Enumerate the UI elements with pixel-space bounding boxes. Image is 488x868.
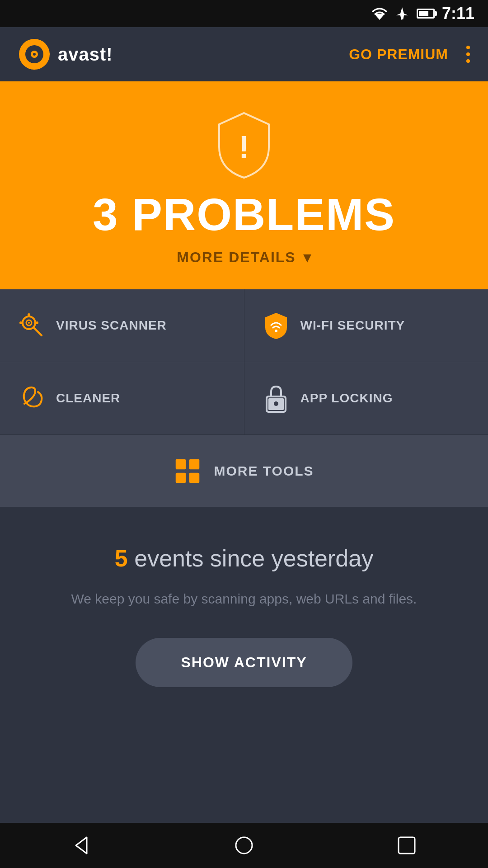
more-dot-1 [466, 46, 470, 49]
more-details-button[interactable]: MORE DETAILS ▾ [177, 248, 311, 267]
virus-scanner-button[interactable]: VIRUS SCANNER [0, 289, 244, 362]
svg-rect-22 [189, 459, 200, 469]
svg-rect-23 [176, 472, 186, 483]
virus-scanner-icon [18, 312, 45, 339]
svg-rect-24 [189, 472, 200, 483]
svg-point-4 [33, 53, 36, 56]
home-button[interactable] [228, 830, 260, 861]
logo-container: avast! [18, 38, 113, 71]
feature-row-2: CLEANER APP LOCKING [0, 362, 488, 435]
feature-grid: VIRUS SCANNER WI-FI SECURITY [0, 289, 488, 435]
activity-headline-suffix: events since yesterday [128, 545, 373, 571]
cleaner-icon [18, 385, 45, 412]
virus-scanner-label: VIRUS SCANNER [56, 318, 167, 333]
svg-point-15 [36, 321, 38, 324]
more-dot-2 [466, 52, 470, 56]
svg-line-13 [33, 327, 42, 335]
recent-apps-button[interactable] [391, 830, 422, 861]
status-time: 7:11 [442, 4, 474, 23]
app-locking-label: APP LOCKING [300, 391, 393, 406]
svg-marker-0 [374, 14, 385, 20]
navigation-bar [0, 823, 488, 868]
svg-rect-27 [399, 837, 415, 854]
cleaner-label: CLEANER [56, 391, 120, 406]
svg-rect-21 [176, 459, 186, 469]
svg-marker-25 [76, 837, 87, 854]
header-right: GO PREMIUM [349, 46, 470, 63]
event-count: 5 [115, 545, 128, 571]
svg-point-20 [274, 401, 278, 406]
status-icons: 7:11 [371, 4, 474, 23]
hero-banner: ! 3 PROBLEMS MORE DETAILS ▾ [0, 81, 488, 289]
avast-logo-icon [18, 38, 51, 71]
more-tools-button[interactable]: MORE TOOLS [0, 435, 488, 507]
app-locking-button[interactable]: APP LOCKING [244, 362, 488, 434]
battery-icon [417, 9, 435, 19]
svg-point-16 [19, 321, 22, 324]
activity-subtitle: We keep you safe by scanning apps, web U… [71, 589, 417, 609]
app-locking-icon [263, 385, 290, 412]
warning-shield-icon: ! [215, 111, 273, 179]
back-button[interactable] [66, 830, 97, 861]
status-bar: 7:11 [0, 0, 488, 27]
problem-count: 3 PROBLEMS [93, 192, 395, 237]
more-tools-icon [174, 458, 201, 485]
svg-point-26 [236, 837, 252, 854]
show-activity-button[interactable]: SHOW ACTIVITY [136, 638, 352, 687]
shield-container: ! [212, 108, 276, 181]
more-tools-label: MORE TOOLS [214, 463, 314, 479]
activity-headline: 5 events since yesterday [115, 543, 373, 574]
app-logo-text: avast! [58, 44, 113, 65]
more-menu-button[interactable] [466, 46, 470, 63]
more-details-label: MORE DETAILS [177, 249, 296, 266]
svg-point-14 [28, 313, 30, 316]
wifi-security-icon [263, 312, 290, 339]
svg-point-17 [275, 330, 277, 332]
svg-point-12 [28, 322, 30, 324]
svg-text:!: ! [239, 130, 249, 165]
cleaner-button[interactable]: CLEANER [0, 362, 244, 434]
app-header: avast! GO PREMIUM [0, 27, 488, 81]
wifi-security-label: WI-FI SECURITY [300, 318, 405, 333]
activity-section: 5 events since yesterday We keep you saf… [0, 507, 488, 714]
airplane-icon [395, 6, 409, 21]
chevron-down-icon: ▾ [303, 248, 311, 267]
go-premium-button[interactable]: GO PREMIUM [349, 46, 448, 63]
wifi-icon [371, 7, 388, 20]
wifi-security-button[interactable]: WI-FI SECURITY [244, 289, 488, 362]
more-dot-3 [466, 59, 470, 63]
feature-row-1: VIRUS SCANNER WI-FI SECURITY [0, 289, 488, 362]
